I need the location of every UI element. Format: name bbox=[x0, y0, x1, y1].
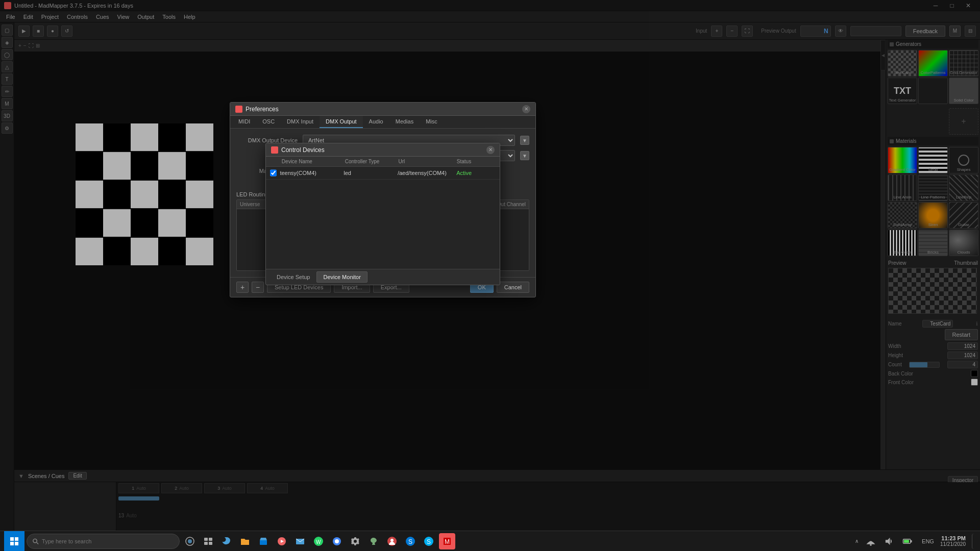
taskbar-cortana[interactable] bbox=[182, 533, 198, 549]
svg-text:S: S bbox=[408, 538, 412, 545]
svg-point-5 bbox=[33, 539, 37, 542]
svg-rect-10 bbox=[209, 538, 212, 541]
svg-point-22 bbox=[390, 539, 394, 542]
search-bar[interactable] bbox=[27, 534, 180, 549]
svg-rect-32 bbox=[904, 540, 909, 543]
pref-tabs: MIDI OSC DMX Input DMX Output Audio Medi… bbox=[230, 116, 535, 129]
taskbar-whatsapp[interactable]: W bbox=[310, 533, 327, 549]
taskbar-media[interactable] bbox=[274, 533, 290, 549]
taskbar-madmapper[interactable]: M bbox=[439, 533, 455, 549]
ctrl-col-status: Status bbox=[457, 159, 496, 164]
taskbar-mail[interactable] bbox=[292, 533, 308, 549]
ctrl-table-body: teensy(COM4) led /aed/teensy(COM4) Activ… bbox=[266, 167, 500, 269]
add-led-button[interactable]: + bbox=[236, 282, 249, 293]
svg-rect-4 bbox=[15, 542, 18, 545]
ctrl-icon bbox=[271, 146, 278, 154]
ctrl-titlebar: Control Devices ✕ bbox=[266, 143, 500, 157]
taskbar-chrome[interactable] bbox=[329, 533, 345, 549]
pref-overlay: Preferences ✕ MIDI OSC DMX Input DMX Out… bbox=[0, 0, 980, 531]
taskbar-edge[interactable] bbox=[218, 533, 235, 549]
ctrl-device-status-0: Active bbox=[456, 170, 496, 176]
tab-dmx-input[interactable]: DMX Input bbox=[281, 116, 320, 128]
svg-rect-3 bbox=[10, 542, 14, 545]
svg-point-8 bbox=[188, 539, 192, 543]
ctrl-col-enabled bbox=[270, 159, 282, 164]
taskbar-settings[interactable] bbox=[347, 533, 363, 549]
ctrl-tab-device-monitor[interactable]: Device Monitor bbox=[316, 271, 367, 283]
start-button[interactable] bbox=[4, 531, 24, 552]
ctrl-device-row-0: teensy(COM4) led /aed/teensy(COM4) Activ… bbox=[266, 167, 500, 180]
ctrl-table-header: Device Name Controller Type Url Status bbox=[266, 157, 500, 167]
ctrl-tab-device-setup[interactable]: Device Setup bbox=[270, 271, 316, 283]
svg-rect-1 bbox=[10, 537, 14, 541]
taskbar-avatar[interactable] bbox=[384, 533, 400, 549]
taskbar-bird[interactable] bbox=[365, 533, 382, 549]
svg-rect-11 bbox=[204, 542, 208, 545]
tab-midi[interactable]: MIDI bbox=[232, 116, 256, 128]
svg-text:M: M bbox=[445, 538, 450, 545]
tab-misc[interactable]: Misc bbox=[420, 116, 444, 128]
ctrl-title: Control Devices bbox=[271, 146, 325, 154]
clock-date: 11/21/2020 bbox=[940, 541, 966, 547]
ctrl-title-text: Control Devices bbox=[281, 146, 325, 154]
taskbar: W S S bbox=[0, 531, 980, 551]
lang-label: ENG bbox=[922, 538, 934, 544]
pref-title-text: Preferences bbox=[246, 106, 279, 113]
ctrl-device-name-0: teensy(COM4) bbox=[280, 170, 344, 176]
systray-volume[interactable] bbox=[881, 533, 897, 549]
ctrl-close-button[interactable]: ✕ bbox=[486, 146, 495, 154]
systray-battery[interactable] bbox=[899, 533, 916, 549]
svg-rect-2 bbox=[15, 537, 18, 541]
search-icon bbox=[32, 538, 39, 545]
svg-rect-9 bbox=[204, 538, 208, 541]
interface-info-btn[interactable]: ▼ bbox=[520, 151, 529, 160]
pref-close-button[interactable]: ✕ bbox=[522, 105, 530, 113]
remove-led-button[interactable]: − bbox=[252, 282, 264, 293]
systray-network[interactable] bbox=[863, 533, 879, 549]
ctrl-col-device-name: Device Name bbox=[282, 159, 345, 164]
svg-marker-30 bbox=[886, 537, 890, 544]
svg-rect-12 bbox=[209, 542, 212, 545]
ctrl-device-type-0: led bbox=[344, 170, 398, 176]
svg-rect-13 bbox=[260, 540, 267, 545]
pref-icon bbox=[235, 106, 242, 113]
taskbar-explorer[interactable] bbox=[237, 533, 253, 549]
ctrl-device-url-0: /aed/teensy(COM4) bbox=[398, 170, 456, 176]
ctrl-device-checkbox-0[interactable] bbox=[270, 169, 277, 177]
clock-time: 11:23 PM bbox=[940, 535, 966, 541]
dmx-device-info-btn[interactable]: ▼ bbox=[520, 136, 529, 145]
ctrl-col-controller-type: Controller Type bbox=[345, 159, 399, 164]
cancel-button[interactable]: Cancel bbox=[497, 282, 529, 293]
pref-title: Preferences bbox=[235, 106, 279, 113]
pref-titlebar: Preferences ✕ bbox=[230, 103, 535, 116]
ctrl-col-url: Url bbox=[398, 159, 456, 164]
search-input[interactable] bbox=[42, 538, 174, 544]
svg-rect-33 bbox=[911, 540, 912, 542]
taskbar-task-view[interactable] bbox=[200, 533, 216, 549]
tab-dmx-output[interactable]: DMX Output bbox=[320, 116, 363, 128]
control-devices-dialog: Control Devices ✕ Device Name Controller… bbox=[265, 143, 500, 285]
out-channel-col-header: Out Channel bbox=[497, 202, 526, 207]
ctrl-body: Device Name Controller Type Url Status t… bbox=[266, 157, 500, 285]
tab-medias[interactable]: Medias bbox=[389, 116, 420, 128]
svg-text:S: S bbox=[427, 538, 431, 545]
svg-text:W: W bbox=[316, 539, 321, 545]
svg-point-29 bbox=[870, 544, 871, 545]
clock[interactable]: 11:23 PM 11/21/2020 bbox=[940, 535, 966, 547]
svg-line-6 bbox=[37, 542, 38, 544]
taskbar-store[interactable] bbox=[255, 533, 272, 549]
systray: ∧ bbox=[852, 533, 916, 549]
systray-chevron[interactable]: ∧ bbox=[852, 533, 861, 549]
show-desktop-btn[interactable] bbox=[972, 534, 976, 549]
taskbar-skype[interactable]: S bbox=[402, 533, 419, 549]
svg-point-20 bbox=[335, 539, 339, 543]
tab-osc[interactable]: OSC bbox=[256, 116, 281, 128]
taskbar-right: ∧ bbox=[852, 533, 976, 549]
tab-audio[interactable]: Audio bbox=[363, 116, 389, 128]
taskbar-skype2[interactable]: S bbox=[421, 533, 437, 549]
ctrl-footer: Device Setup Device Monitor bbox=[266, 269, 500, 285]
